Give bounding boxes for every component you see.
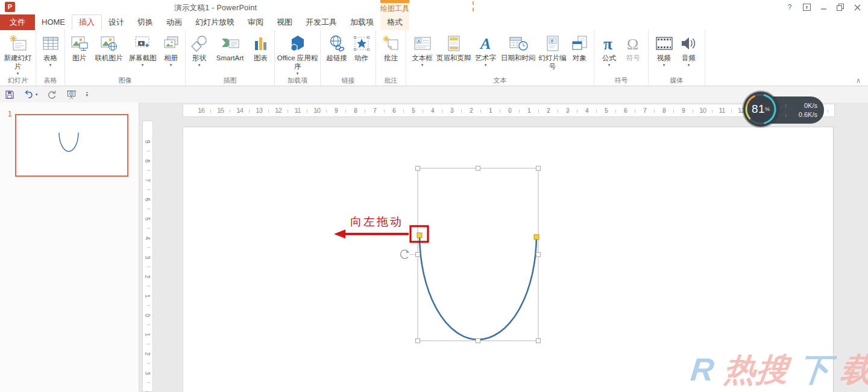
button-label: 艺术字 <box>475 54 496 63</box>
video-button[interactable]: 视频 ▾ <box>652 31 676 68</box>
ruler-tick-label: 4 <box>423 104 442 116</box>
tab-insert[interactable]: 插入 <box>72 14 102 30</box>
group-label: 幻灯片 <box>0 76 36 85</box>
title-bar: P 演示文稿1 - PowerPoint ? <box>0 0 868 14</box>
chart-button[interactable]: 图表 <box>249 31 273 68</box>
vertical-ruler: 98765432101234 <box>142 121 153 392</box>
ruler-tick-label: 5 <box>597 104 616 116</box>
tab-addins[interactable]: 加载项 <box>344 14 380 30</box>
net-speed-widget[interactable]: ↑ 0K/s ↓ 0.6K/s 81 % <box>743 92 822 128</box>
date-time-button[interactable]: 日期和时间 <box>500 31 537 68</box>
restore-icon[interactable] <box>832 1 849 14</box>
tab-view[interactable]: 视图 <box>270 14 299 30</box>
ribbon-display-options-icon[interactable] <box>798 1 815 14</box>
smartart-button[interactable]: SmartArt <box>212 31 249 68</box>
dropdown-arrow-icon: ▾ <box>688 63 690 68</box>
memory-gauge[interactable]: 81 % <box>743 92 778 127</box>
ruler-tick-label: 5 <box>142 214 153 224</box>
tab-animations[interactable]: 动画 <box>160 14 189 30</box>
ruler-tick-label: 8 <box>142 156 153 166</box>
table-icon <box>42 32 59 54</box>
header-footer-button[interactable]: 页眉和页脚 <box>436 31 472 68</box>
dropdown-arrow-icon: ▾ <box>36 92 38 97</box>
upload-arrow-icon: ↑ <box>784 103 787 109</box>
comment-button[interactable]: 批注 <box>379 31 404 68</box>
online-pictures-button[interactable]: 联机图片 <box>92 31 127 68</box>
textbox-button[interactable]: A 文本框 ▾ <box>409 31 436 68</box>
close-icon[interactable] <box>849 1 866 14</box>
dropdown-arrow-icon: ▾ <box>297 71 299 76</box>
watermark-text: 载 <box>839 352 868 387</box>
equation-button[interactable]: π 公式 ▾ <box>597 31 621 68</box>
group-label: 插图 <box>186 76 274 85</box>
group-text: A 文本框 ▾ 页眉和页脚 A 艺术字 ▾ 日期和时间 <box>406 30 594 86</box>
audio-speaker-icon <box>680 32 698 54</box>
office-apps-button[interactable]: Office 应用程序 ▾ <box>277 31 318 76</box>
customize-qat-button[interactable]: ▾ <box>86 92 89 97</box>
ruler-tick-label: 2 <box>539 104 558 116</box>
adjust-handle-right[interactable] <box>534 235 539 239</box>
save-button[interactable] <box>5 90 14 100</box>
tab-developer[interactable]: 开发工具 <box>299 14 344 30</box>
group-images: 图片 联机图片 屏幕截图 ▾ 相册 ▾ 图像 <box>65 30 186 86</box>
help-icon[interactable]: ? <box>781 1 798 14</box>
hyperlink-button[interactable]: 超链接 <box>324 31 350 68</box>
ruler-tick-label: 3 <box>442 104 462 116</box>
minimize-icon[interactable] <box>815 1 832 14</box>
undo-button[interactable]: ▾ <box>24 90 38 99</box>
tab-format[interactable]: 格式 <box>380 14 409 30</box>
group-label: 文本 <box>406 76 594 85</box>
shapes-button[interactable]: 形状 ▾ <box>187 31 212 68</box>
tab-home[interactable]: HOME <box>35 14 72 30</box>
button-label: 超链接 <box>326 54 347 63</box>
ruler-tick-label: 15 <box>211 104 230 116</box>
drawing-tools-group: 绘图工具 格式 <box>380 14 409 30</box>
symbol-button[interactable]: Ω 符号 <box>621 31 646 68</box>
button-label: 新建幻灯片 <box>1 54 35 71</box>
object-button[interactable]: 对象 <box>568 31 591 68</box>
ruler-tick-label: 5 <box>404 104 423 116</box>
selection-handles[interactable] <box>416 166 541 343</box>
arc-shape[interactable] <box>420 235 536 340</box>
group-label: 图像 <box>65 76 185 85</box>
audio-button[interactable]: 音频 ▾ <box>676 31 702 68</box>
rotate-handle-icon[interactable] <box>401 250 409 259</box>
table-button[interactable]: 表格 ▾ <box>37 31 64 68</box>
object-icon <box>571 32 588 54</box>
ruler-tick-label: 8 <box>655 104 674 116</box>
photo-album-button[interactable]: 相册 ▾ <box>159 31 183 68</box>
ruler-tick-label: 4 <box>142 233 153 243</box>
action-button[interactable]: 动作 <box>350 31 373 68</box>
ruler-tick-label: 6 <box>616 104 635 116</box>
slide-number-button[interactable]: # 幻灯片编号 <box>537 31 568 76</box>
online-pictures-icon <box>100 32 118 54</box>
group-media: 视频 ▾ 音频 ▾ 媒体 <box>649 30 705 86</box>
group-symbols: π 公式 ▾ Ω 符号 符号 <box>594 30 649 86</box>
quick-access-toolbar: ▾ ▾ <box>0 86 868 103</box>
button-label: SmartArt <box>216 54 244 63</box>
new-slide-button[interactable]: 新建幻灯片 ▾ <box>1 31 35 76</box>
svg-text:π: π <box>603 35 612 52</box>
collapse-ribbon-icon[interactable]: ∧ <box>856 77 861 84</box>
adjust-handle-left[interactable] <box>417 233 422 238</box>
video-icon <box>655 32 673 54</box>
tab-file[interactable]: 文件 <box>0 14 35 30</box>
tab-transitions[interactable]: 切换 <box>131 14 160 30</box>
tab-slideshow[interactable]: 幻灯片放映 <box>189 14 241 30</box>
slide-thumbnail[interactable] <box>15 114 128 177</box>
button-label: 动作 <box>354 54 368 63</box>
redo-button[interactable] <box>47 90 57 100</box>
pictures-button[interactable]: 图片 <box>68 31 92 68</box>
start-slideshow-button[interactable] <box>66 90 77 100</box>
screenshot-button[interactable]: 屏幕截图 ▾ <box>127 31 159 68</box>
wordart-button[interactable]: A 艺术字 ▾ <box>472 31 500 68</box>
tab-review[interactable]: 审阅 <box>241 14 270 30</box>
ruler-tick-label: 6 <box>385 104 404 116</box>
dropdown-arrow-icon: ▾ <box>485 63 487 68</box>
watermark-text: 热搜 <box>722 352 791 387</box>
slide-number-icon: # <box>544 32 561 54</box>
tab-design[interactable]: 设计 <box>102 14 131 30</box>
button-label: 对象 <box>573 54 587 63</box>
button-label: 视频 <box>657 54 671 63</box>
selection-box[interactable] <box>418 168 538 341</box>
